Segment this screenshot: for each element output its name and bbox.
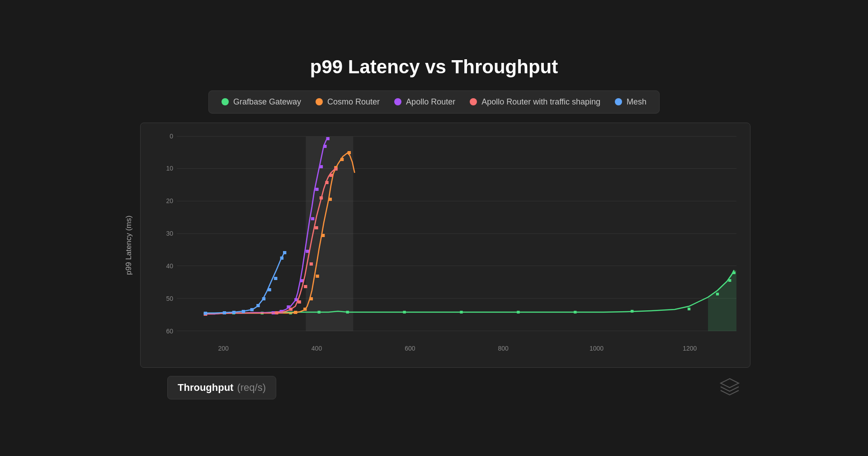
legend-label-mesh: Mesh: [627, 97, 646, 107]
point-mesh: [250, 308, 254, 311]
point-apollo-traffic: [275, 311, 278, 314]
legend-item-apollo-traffic: Apollo Router with traffic shaping: [470, 97, 600, 107]
point-apollo-traffic: [334, 167, 337, 171]
chart-svg: [177, 137, 736, 331]
point-cosmo: [340, 158, 344, 161]
point-apollo-traffic: [330, 174, 333, 177]
chart-container: p99 Latency vs Throughput Grafbase Gatew…: [118, 56, 750, 400]
x-tick-label: 200: [218, 345, 228, 352]
point-apollo-traffic: [289, 308, 292, 311]
y-tick-label: 0: [170, 133, 177, 140]
chart-inner: 0102030405060 20040060080010001200: [150, 137, 736, 354]
logo-icon: [718, 375, 741, 399]
legend: Grafbase Gateway Cosmo Router Apollo Rou…: [208, 90, 660, 114]
point-cosmo: [310, 297, 313, 300]
chart-panel: 0102030405060 20040060080010001200: [140, 123, 750, 368]
x-axis-labels: 20040060080010001200: [177, 331, 736, 354]
point-mesh: [262, 297, 265, 300]
x-axis-label-light: (req/s): [237, 382, 266, 394]
point-apollo: [323, 145, 326, 148]
point-grafbase: [403, 311, 406, 314]
point-apollo-traffic: [320, 196, 323, 200]
legend-dot-apollo-traffic: [470, 98, 477, 105]
point-apollo-traffic: [315, 226, 318, 229]
point-grafbase: [631, 310, 633, 313]
point-mesh: [274, 277, 277, 280]
legend-label-apollo-traffic: Apollo Router with traffic shaping: [481, 97, 600, 107]
y-tick-label: 60: [166, 328, 177, 335]
point-mesh: [268, 288, 271, 291]
point-mesh: [204, 312, 207, 315]
logo-area: [718, 375, 741, 400]
legend-dot-grafbase: [222, 98, 229, 105]
point-cosmo: [329, 198, 332, 201]
x-tick-label: 1000: [590, 345, 604, 352]
point-apollo: [320, 165, 323, 168]
point-grafbase: [574, 311, 576, 314]
point-mesh: [242, 310, 245, 313]
x-axis-label-bold: Throughput: [178, 382, 233, 394]
legend-label-grafbase: Grafbase Gateway: [233, 97, 301, 107]
point-cosmo: [316, 275, 319, 278]
legend-item-mesh: Mesh: [615, 97, 646, 107]
y-axis-label-container: p99 Latency (ms): [118, 123, 140, 368]
chart-title: p99 Latency vs Throughput: [310, 56, 558, 78]
x-tick-label: 400: [311, 345, 322, 352]
point-grafbase: [688, 308, 690, 310]
point-cosmo: [303, 308, 307, 311]
x-tick-label: 800: [498, 345, 508, 352]
point-cosmo: [294, 311, 297, 314]
point-apollo-traffic: [298, 300, 301, 304]
legend-dot-cosmo: [316, 98, 323, 105]
x-tick-label: 600: [405, 345, 415, 352]
legend-item-cosmo: Cosmo Router: [316, 97, 380, 107]
point-grafbase: [346, 311, 349, 314]
point-grafbase: [460, 311, 462, 314]
y-axis-label: p99 Latency (ms): [124, 215, 133, 275]
legend-item-apollo: Apollo Router: [394, 97, 455, 107]
line-mesh: [205, 252, 285, 313]
point-mesh: [223, 311, 226, 314]
y-tick-label: 20: [166, 197, 177, 204]
point-cosmo: [348, 151, 351, 154]
legend-label-cosmo: Cosmo Router: [327, 97, 380, 107]
point-mesh: [283, 251, 286, 254]
bottom-row: Throughput (req/s): [118, 375, 750, 400]
y-tick-label: 50: [166, 295, 177, 302]
x-tick-label: 1200: [683, 345, 697, 352]
point-grafbase: [318, 311, 321, 314]
legend-item-grafbase: Grafbase Gateway: [222, 97, 301, 107]
point-apollo: [315, 188, 318, 191]
x-axis-label: Throughput (req/s): [167, 376, 276, 399]
point-apollo-traffic: [325, 181, 328, 184]
point-apollo-traffic: [310, 262, 313, 266]
y-tick-label: 10: [166, 165, 177, 172]
point-apollo-traffic: [304, 285, 307, 288]
y-tick-label: 30: [166, 230, 177, 237]
point-apollo: [326, 137, 329, 140]
point-mesh: [232, 311, 236, 314]
point-apollo: [311, 217, 314, 220]
point-mesh: [256, 304, 259, 307]
line-grafbase: [205, 270, 734, 313]
legend-label-apollo: Apollo Router: [406, 97, 455, 107]
legend-dot-mesh: [615, 98, 622, 105]
legend-dot-apollo: [394, 98, 401, 105]
point-grafbase: [517, 311, 519, 314]
point-apollo: [306, 250, 309, 253]
chart-area: p99 Latency (ms) 0102030405060 200400600…: [118, 123, 750, 368]
point-cosmo: [321, 234, 325, 237]
grafbase-area: [708, 270, 736, 331]
point-mesh: [280, 256, 283, 260]
y-tick-label: 40: [166, 262, 177, 270]
